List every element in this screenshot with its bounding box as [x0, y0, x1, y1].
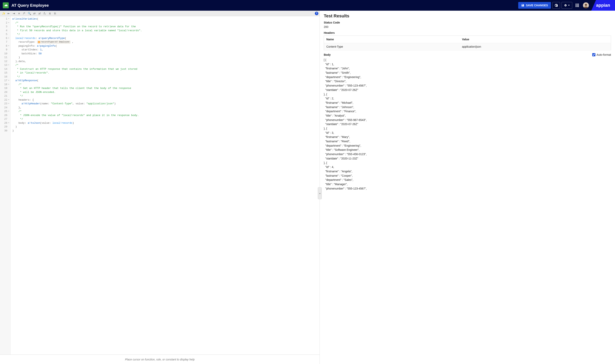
gutter-line: 16	[0, 75, 9, 79]
headers-table: Name Value Content-Typeapplication/json	[324, 36, 611, 50]
gutter-line: 1▾	[0, 17, 9, 21]
svg-rect-10	[578, 6, 579, 7]
status-code-label: Status Code	[324, 21, 611, 24]
search-icon[interactable]: 🔍	[27, 11, 32, 16]
svg-line-1	[557, 6, 558, 7]
code-line[interactable]: },	[12, 106, 318, 110]
code-line[interactable]: a!httpResponse(	[12, 79, 318, 83]
gear-icon	[564, 4, 567, 7]
gutter-line: 28▾	[0, 121, 9, 125]
code-line[interactable]: /*	[12, 109, 318, 113]
gutter-line: 19	[0, 86, 9, 90]
svg-rect-8	[576, 6, 576, 7]
globe-search-button[interactable]	[552, 2, 560, 9]
code-line[interactable]: a!httpHeader(name: "Content-Type", value…	[12, 102, 318, 106]
shuffle-icon[interactable]: x!	[37, 11, 42, 16]
code-line[interactable]: )	[12, 129, 318, 133]
code-line[interactable]: */	[12, 94, 318, 98]
code-line[interactable]: recordType: ▦recordType!AT Employee ,	[12, 40, 318, 44]
app-logo-icon	[3, 2, 9, 8]
status-code-value: 200	[324, 25, 611, 28]
user-avatar[interactable]	[583, 2, 589, 8]
svg-rect-7	[578, 5, 579, 6]
code-line[interactable]: /*	[12, 21, 318, 25]
results-title: Test Results	[324, 13, 611, 19]
gutter-line: 18▾	[0, 83, 9, 87]
save-button-label: SAVE CHANGES	[526, 4, 548, 7]
gutter-line: 20	[0, 90, 9, 94]
code-line[interactable]: * will be JSON-encoded.	[12, 90, 318, 94]
gutter-line: 26	[0, 113, 9, 117]
svg-rect-4	[578, 4, 579, 5]
code-line[interactable]: /*	[12, 63, 318, 67]
gutter-line: 24	[0, 106, 9, 110]
indent-icon[interactable]: ⇥	[12, 11, 16, 16]
gutter-line: 17▾	[0, 79, 9, 83]
gutter-line: 11	[0, 55, 9, 59]
gutter-line: 9	[0, 48, 9, 52]
code-line[interactable]: * Construct an HTTP response that contai…	[12, 67, 318, 71]
gutter-line: 23▾	[0, 102, 9, 106]
apps-grid-button[interactable]	[574, 2, 581, 9]
editor-panel: ✨ ⇤ ⇥ ≡ /* 🔍 ⇄ x! fₓ π ⎘ ? 1▾2▾3456▾78▾9…	[0, 11, 320, 364]
gutter-line: 25▾	[0, 109, 9, 113]
svg-rect-9	[577, 6, 578, 7]
comment-icon[interactable]: /*	[22, 11, 27, 16]
header-value: application/json	[460, 43, 611, 50]
code-line[interactable]: local!records: a!queryRecordType(	[12, 36, 318, 40]
code-line[interactable]: * Run the "queryRecordType()" function o…	[12, 25, 318, 29]
fx-icon[interactable]: fₓ	[42, 11, 47, 16]
code-line[interactable]: */	[12, 75, 318, 79]
help-button[interactable]: ?	[315, 12, 318, 15]
globe-search-icon	[554, 4, 558, 7]
gutter-line: 29	[0, 125, 9, 129]
gutter-line: 7	[0, 40, 9, 44]
auto-format-input[interactable]	[592, 53, 595, 56]
code-line[interactable]: startIndex: 1,	[12, 48, 318, 52]
header-name: Content-Type	[324, 43, 460, 50]
code-line[interactable]: )	[12, 125, 318, 129]
code-line[interactable]: pagingInfo: a!pagingInfo(	[12, 44, 318, 48]
gutter-line: 4	[0, 29, 9, 33]
svg-rect-2	[576, 4, 576, 5]
gutter-line: 5	[0, 32, 9, 36]
code-line[interactable]: ).data,	[12, 59, 318, 64]
code-line[interactable]: */	[12, 32, 318, 36]
outdent-icon[interactable]: ⇤	[6, 11, 11, 16]
gutter-line: 22▾	[0, 98, 9, 102]
gutter-line: 14	[0, 67, 9, 71]
gutter-line: 3	[0, 25, 9, 29]
code-line[interactable]: )	[12, 55, 318, 59]
code-line[interactable]: batchSize: 50	[12, 52, 318, 56]
svg-rect-5	[576, 5, 576, 6]
gutter-line: 21	[0, 94, 9, 98]
code-editor[interactable]: 1▾2▾3456▾78▾910111213▾14151617▾18▾192021…	[0, 16, 320, 354]
pi-icon[interactable]: π	[47, 11, 52, 16]
auto-format-checkbox[interactable]: Auto-format	[592, 53, 611, 56]
brand-label: appian	[596, 3, 610, 8]
code-line[interactable]: headers: {	[12, 98, 318, 102]
code-line[interactable]: * JSON-encode the value of "local!record…	[12, 113, 318, 117]
svg-rect-3	[577, 4, 578, 5]
settings-dropdown-button[interactable]	[561, 2, 572, 9]
code-line[interactable]: body: a!toJson(value: local!records)	[12, 121, 318, 125]
save-button[interactable]: SAVE CHANGES	[518, 2, 551, 9]
code-line[interactable]: * in "local!records".	[12, 71, 318, 75]
gutter-line: 8▾	[0, 44, 9, 48]
app-header: AT Query Employee SAVE CHANGES appian	[0, 0, 615, 11]
list-icon[interactable]: ≡	[17, 11, 21, 16]
swap-icon[interactable]: ⇄	[32, 11, 37, 16]
gutter-line: 27	[0, 117, 9, 121]
code-line[interactable]: */	[12, 117, 318, 121]
editor-hint: Place cursor on function, rule, or const…	[0, 354, 320, 364]
magic-wand-icon[interactable]: ✨	[1, 11, 6, 16]
headers-label: Headers	[324, 31, 611, 34]
headers-col-value: Value	[460, 36, 611, 43]
code-line[interactable]: a!localVariables(	[12, 17, 318, 21]
code-line[interactable]: * first 50 records and store this data i…	[12, 29, 318, 33]
split-handle[interactable]: ◂	[318, 187, 322, 199]
code-line[interactable]: /*	[12, 83, 318, 87]
record-type-chip[interactable]: ▦recordType!AT Employee	[37, 40, 70, 44]
exit-icon[interactable]: ⎘	[53, 11, 57, 16]
code-line[interactable]: * Set an HTTP header that tells the clie…	[12, 86, 318, 90]
